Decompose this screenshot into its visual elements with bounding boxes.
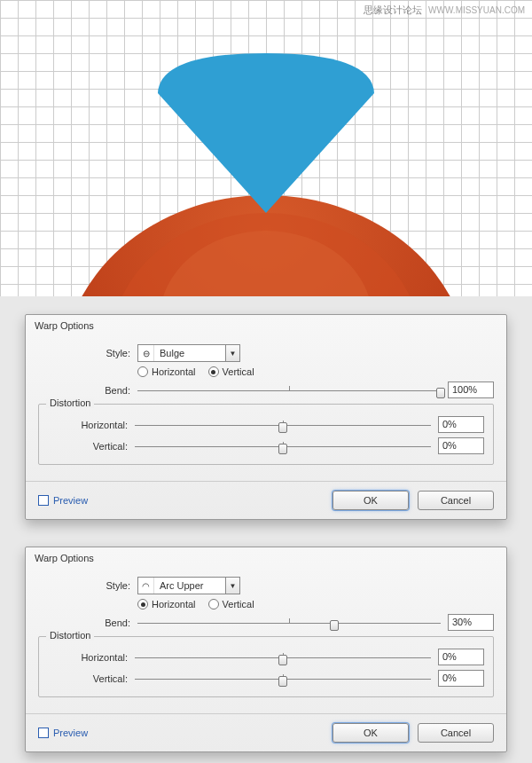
warp-options-dialog-1: Warp Options Style: ⊖ Bulge ▼ Horizontal	[25, 314, 507, 520]
warp-options-dialog-2: Warp Options Style: ◠ Arc Upper ▼ Horizo…	[25, 547, 507, 752]
orientation-horizontal-radio[interactable]: Horizontal	[137, 599, 196, 610]
style-dropdown[interactable]: ◠ Arc Upper ▼	[137, 577, 240, 594]
cancel-button[interactable]: Cancel	[418, 491, 494, 510]
style-value: Bulge	[154, 348, 225, 358]
radio-label: Horizontal	[152, 366, 196, 377]
ok-button[interactable]: OK	[332, 491, 409, 510]
distortion-v-input[interactable]: 0%	[438, 670, 484, 687]
distortion-h-input[interactable]: 0%	[438, 416, 484, 433]
radio-label: Vertical	[223, 599, 254, 610]
preview-label: Preview	[53, 495, 88, 506]
distortion-group: Distortion Horizontal: 0% Vertical: 0	[38, 636, 494, 697]
slider-thumb[interactable]	[278, 655, 287, 665]
orientation-vertical-radio[interactable]: Vertical	[208, 599, 254, 610]
distortion-legend: Distortion	[46, 397, 94, 408]
vector-shape-fan	[151, 53, 381, 213]
radio-label: Horizontal	[152, 599, 196, 610]
watermark: 思缘设计论坛 WWW.MISSYUAN.COM	[364, 4, 525, 17]
style-label: Style:	[38, 348, 137, 358]
style-label: Style:	[38, 580, 137, 591]
ok-button[interactable]: OK	[332, 723, 409, 743]
radio-icon	[137, 599, 148, 610]
orientation-horizontal-radio[interactable]: Horizontal	[137, 366, 196, 377]
slider-thumb[interactable]	[278, 422, 287, 433]
dialog-title: Warp Options	[26, 315, 506, 334]
bend-value-input[interactable]: 30%	[448, 614, 494, 631]
preview-checkbox[interactable]: Preview	[38, 495, 88, 506]
bend-label: Bend:	[38, 385, 137, 396]
distortion-v-slider[interactable]	[135, 440, 431, 452]
distortion-h-label: Horizontal:	[48, 420, 135, 430]
bend-label: Bend:	[38, 617, 137, 628]
bend-slider[interactable]	[137, 617, 441, 629]
slider-thumb[interactable]	[278, 444, 287, 454]
preview-label: Preview	[53, 728, 88, 738]
preview-checkbox[interactable]: Preview	[38, 728, 88, 738]
checkbox-icon	[38, 728, 49, 738]
chevron-down-icon: ▼	[225, 578, 239, 594]
bend-value-input[interactable]: 100%	[448, 382, 494, 398]
style-dropdown[interactable]: ⊖ Bulge ▼	[137, 344, 240, 362]
radio-label: Vertical	[223, 366, 254, 377]
slider-thumb[interactable]	[436, 388, 445, 398]
slider-thumb[interactable]	[330, 620, 339, 631]
bulge-icon: ⊖	[138, 345, 154, 361]
checkbox-icon	[38, 495, 49, 506]
watermark-cn: 思缘设计论坛	[364, 4, 422, 15]
distortion-h-slider[interactable]	[135, 419, 431, 431]
dialogs-container: Warp Options Style: ⊖ Bulge ▼ Horizontal	[0, 296, 532, 763]
arc-upper-icon: ◠	[138, 578, 154, 594]
distortion-group: Distortion Horizontal: 0% Vertical: 0	[38, 404, 494, 465]
canvas-preview: 思缘设计论坛 WWW.MISSYUAN.COM	[0, 0, 532, 296]
cancel-button[interactable]: Cancel	[418, 723, 494, 743]
watermark-url: WWW.MISSYUAN.COM	[428, 5, 525, 15]
radio-icon	[208, 366, 219, 377]
distortion-h-label: Horizontal:	[48, 652, 135, 663]
radio-icon	[137, 366, 148, 377]
distortion-h-slider[interactable]	[135, 651, 431, 664]
style-value: Arc Upper	[154, 580, 225, 591]
orientation-vertical-radio[interactable]: Vertical	[208, 366, 254, 377]
distortion-v-input[interactable]: 0%	[438, 437, 484, 454]
distortion-v-label: Vertical:	[48, 673, 135, 684]
distortion-v-slider[interactable]	[135, 673, 431, 685]
chevron-down-icon: ▼	[225, 345, 239, 361]
distortion-v-label: Vertical:	[48, 441, 135, 452]
distortion-legend: Distortion	[46, 630, 94, 641]
bend-slider[interactable]	[137, 384, 441, 397]
slider-thumb[interactable]	[278, 676, 287, 687]
distortion-h-input[interactable]: 0%	[438, 649, 484, 665]
dialog-title: Warp Options	[26, 547, 506, 567]
radio-icon	[208, 599, 219, 610]
